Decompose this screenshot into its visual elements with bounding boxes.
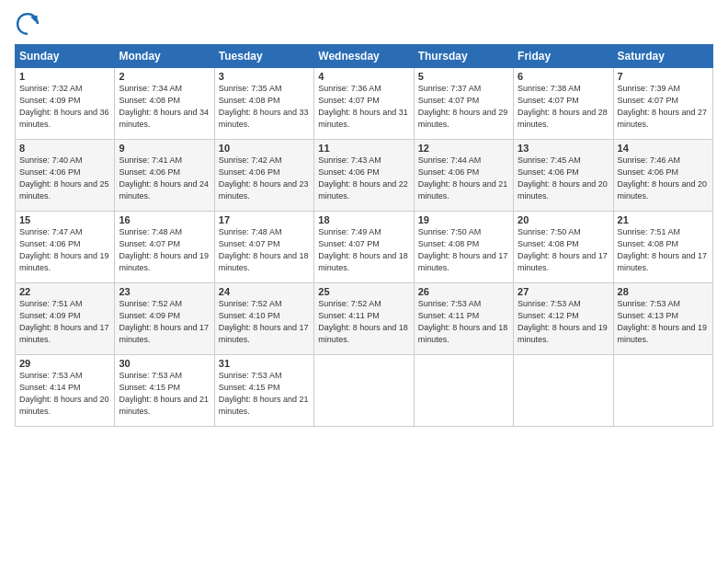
day-number: 11 (318, 143, 409, 154)
weekday-header-row: SundayMondayTuesdayWednesdayThursdayFrid… (16, 45, 713, 68)
day-number: 24 (219, 286, 310, 297)
calendar-cell: 4 Sunrise: 7:36 AMSunset: 4:07 PMDayligh… (314, 68, 414, 140)
calendar-cell: 26 Sunrise: 7:53 AMSunset: 4:11 PMDaylig… (414, 283, 513, 355)
weekday-saturday: Saturday (613, 45, 712, 68)
logo (15, 11, 44, 37)
day-number: 10 (219, 143, 310, 154)
day-info: Sunrise: 7:37 AMSunset: 4:07 PMDaylight:… (418, 84, 508, 129)
day-info: Sunrise: 7:48 AMSunset: 4:07 PMDaylight:… (119, 227, 209, 272)
calendar-cell: 14 Sunrise: 7:46 AMSunset: 4:06 PMDaylig… (613, 140, 712, 212)
day-number: 8 (19, 143, 110, 154)
day-info: Sunrise: 7:35 AMSunset: 4:08 PMDaylight:… (219, 84, 309, 129)
day-info: Sunrise: 7:46 AMSunset: 4:06 PMDaylight:… (618, 155, 708, 201)
calendar-cell: 17 Sunrise: 7:48 AMSunset: 4:07 PMDaylig… (214, 212, 313, 283)
calendar-cell: 2 Sunrise: 7:34 AMSunset: 4:08 PMDayligh… (115, 68, 214, 140)
week-row-4: 22 Sunrise: 7:51 AMSunset: 4:09 PMDaylig… (16, 283, 713, 355)
day-info: Sunrise: 7:53 AMSunset: 4:11 PMDaylight:… (418, 299, 508, 344)
day-info: Sunrise: 7:42 AMSunset: 4:06 PMDaylight:… (219, 155, 309, 201)
day-info: Sunrise: 7:53 AMSunset: 4:15 PMDaylight:… (219, 371, 309, 416)
day-info: Sunrise: 7:53 AMSunset: 4:14 PMDaylight:… (19, 371, 109, 416)
week-row-3: 15 Sunrise: 7:47 AMSunset: 4:06 PMDaylig… (16, 212, 713, 283)
header (15, 11, 713, 37)
day-info: Sunrise: 7:32 AMSunset: 4:09 PMDaylight:… (19, 84, 109, 129)
day-number: 27 (518, 286, 609, 297)
calendar-cell (613, 355, 712, 427)
calendar-cell: 24 Sunrise: 7:52 AMSunset: 4:10 PMDaylig… (214, 283, 313, 355)
day-number: 9 (119, 143, 210, 154)
calendar-cell: 23 Sunrise: 7:52 AMSunset: 4:09 PMDaylig… (115, 283, 214, 355)
calendar-cell: 7 Sunrise: 7:39 AMSunset: 4:07 PMDayligh… (613, 68, 712, 140)
calendar-cell: 31 Sunrise: 7:53 AMSunset: 4:15 PMDaylig… (214, 355, 313, 427)
day-info: Sunrise: 7:44 AMSunset: 4:06 PMDaylight:… (418, 155, 508, 201)
weekday-wednesday: Wednesday (314, 45, 414, 68)
day-number: 18 (318, 214, 409, 225)
calendar-cell: 16 Sunrise: 7:48 AMSunset: 4:07 PMDaylig… (115, 212, 214, 283)
calendar-cell: 18 Sunrise: 7:49 AMSunset: 4:07 PMDaylig… (314, 212, 414, 283)
calendar-cell: 12 Sunrise: 7:44 AMSunset: 4:06 PMDaylig… (414, 140, 513, 212)
day-info: Sunrise: 7:53 AMSunset: 4:13 PMDaylight:… (618, 299, 708, 344)
calendar-cell (514, 355, 613, 427)
logo-icon (15, 11, 40, 37)
day-number: 21 (618, 214, 709, 225)
weekday-monday: Monday (115, 45, 214, 68)
day-info: Sunrise: 7:53 AMSunset: 4:15 PMDaylight:… (119, 371, 209, 416)
calendar-cell: 15 Sunrise: 7:47 AMSunset: 4:06 PMDaylig… (16, 212, 115, 283)
day-info: Sunrise: 7:53 AMSunset: 4:12 PMDaylight:… (518, 299, 608, 344)
day-info: Sunrise: 7:38 AMSunset: 4:07 PMDaylight:… (518, 84, 608, 129)
day-number: 19 (418, 214, 509, 225)
page: SundayMondayTuesdayWednesdayThursdayFrid… (0, 0, 728, 563)
week-row-2: 8 Sunrise: 7:40 AMSunset: 4:06 PMDayligh… (16, 140, 713, 212)
calendar-cell: 25 Sunrise: 7:52 AMSunset: 4:11 PMDaylig… (314, 283, 414, 355)
weekday-thursday: Thursday (414, 45, 513, 68)
week-row-5: 29 Sunrise: 7:53 AMSunset: 4:14 PMDaylig… (16, 355, 713, 427)
calendar-table: SundayMondayTuesdayWednesdayThursdayFrid… (15, 44, 713, 427)
calendar-cell (414, 355, 513, 427)
day-info: Sunrise: 7:52 AMSunset: 4:10 PMDaylight:… (219, 299, 309, 344)
calendar-cell: 9 Sunrise: 7:41 AMSunset: 4:06 PMDayligh… (115, 140, 214, 212)
calendar-cell (314, 355, 414, 427)
day-info: Sunrise: 7:51 AMSunset: 4:08 PMDaylight:… (618, 227, 708, 272)
calendar-cell: 20 Sunrise: 7:50 AMSunset: 4:08 PMDaylig… (514, 212, 613, 283)
calendar-cell: 5 Sunrise: 7:37 AMSunset: 4:07 PMDayligh… (414, 68, 513, 140)
day-number: 22 (19, 286, 110, 297)
weekday-tuesday: Tuesday (214, 45, 313, 68)
day-number: 7 (618, 71, 709, 82)
day-number: 28 (618, 286, 709, 297)
day-info: Sunrise: 7:39 AMSunset: 4:07 PMDaylight:… (618, 84, 708, 129)
day-number: 20 (518, 214, 609, 225)
weekday-sunday: Sunday (16, 45, 115, 68)
day-number: 14 (618, 143, 709, 154)
day-number: 4 (318, 71, 409, 82)
day-number: 23 (119, 286, 210, 297)
day-info: Sunrise: 7:51 AMSunset: 4:09 PMDaylight:… (19, 299, 109, 344)
calendar-cell: 27 Sunrise: 7:53 AMSunset: 4:12 PMDaylig… (514, 283, 613, 355)
day-number: 30 (119, 358, 210, 369)
day-number: 3 (219, 71, 310, 82)
calendar-cell: 6 Sunrise: 7:38 AMSunset: 4:07 PMDayligh… (514, 68, 613, 140)
calendar-cell: 29 Sunrise: 7:53 AMSunset: 4:14 PMDaylig… (16, 355, 115, 427)
weekday-friday: Friday (514, 45, 613, 68)
day-info: Sunrise: 7:45 AMSunset: 4:06 PMDaylight:… (518, 155, 608, 201)
day-number: 16 (119, 214, 210, 225)
day-number: 13 (518, 143, 609, 154)
day-info: Sunrise: 7:52 AMSunset: 4:09 PMDaylight:… (119, 299, 209, 344)
day-number: 17 (219, 214, 310, 225)
day-info: Sunrise: 7:50 AMSunset: 4:08 PMDaylight:… (518, 227, 608, 272)
day-info: Sunrise: 7:43 AMSunset: 4:06 PMDaylight:… (318, 155, 408, 201)
day-number: 1 (19, 71, 110, 82)
day-info: Sunrise: 7:49 AMSunset: 4:07 PMDaylight:… (318, 227, 408, 272)
day-number: 29 (19, 358, 110, 369)
day-info: Sunrise: 7:48 AMSunset: 4:07 PMDaylight:… (219, 227, 309, 272)
calendar-cell: 28 Sunrise: 7:53 AMSunset: 4:13 PMDaylig… (613, 283, 712, 355)
day-number: 5 (418, 71, 509, 82)
calendar-cell: 13 Sunrise: 7:45 AMSunset: 4:06 PMDaylig… (514, 140, 613, 212)
day-number: 31 (219, 358, 310, 369)
day-info: Sunrise: 7:40 AMSunset: 4:06 PMDaylight:… (19, 155, 109, 201)
day-info: Sunrise: 7:34 AMSunset: 4:08 PMDaylight:… (119, 84, 209, 129)
calendar-cell: 10 Sunrise: 7:42 AMSunset: 4:06 PMDaylig… (214, 140, 313, 212)
day-number: 25 (318, 286, 409, 297)
week-row-1: 1 Sunrise: 7:32 AMSunset: 4:09 PMDayligh… (16, 68, 713, 140)
day-number: 6 (518, 71, 609, 82)
calendar-cell: 1 Sunrise: 7:32 AMSunset: 4:09 PMDayligh… (16, 68, 115, 140)
day-number: 12 (418, 143, 509, 154)
